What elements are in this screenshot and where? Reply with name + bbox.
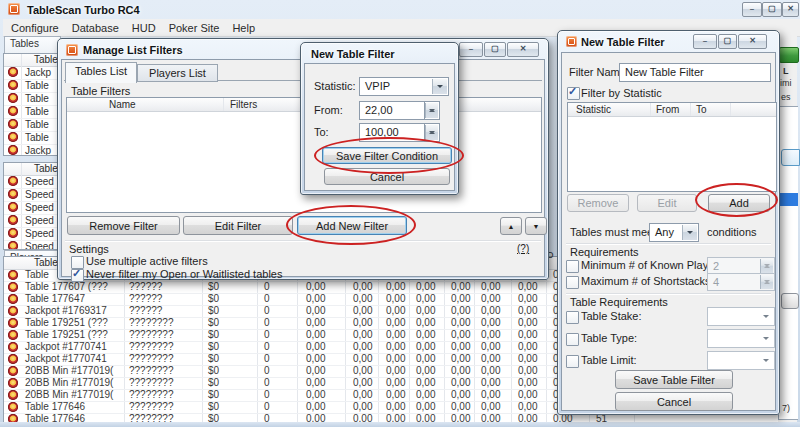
maximize-button-icon[interactable]: ▢ bbox=[762, 2, 782, 17]
table-name: Speed bbox=[25, 202, 54, 213]
row-stat: 0,00 bbox=[451, 281, 470, 292]
statistic-value: VPIP bbox=[365, 80, 390, 92]
menu-help[interactable]: Help bbox=[232, 22, 255, 34]
row-stat: 0,00 bbox=[451, 365, 470, 376]
from-spinner[interactable] bbox=[425, 101, 440, 120]
row-stat: 0,00 bbox=[518, 293, 537, 304]
selected-row-fragment[interactable] bbox=[780, 193, 798, 206]
row-player-name: ???????? bbox=[129, 317, 174, 328]
min-known-players-checkbox[interactable] bbox=[566, 260, 579, 273]
covered-button-fragment[interactable] bbox=[781, 293, 799, 309]
poker-chip-icon bbox=[8, 402, 18, 412]
statistic-conditions-list[interactable]: Statistic From To bbox=[567, 102, 777, 192]
chevron-down-icon[interactable] bbox=[682, 225, 697, 240]
table-name: Speed bbox=[25, 215, 54, 226]
table-type-dropdown[interactable] bbox=[707, 329, 775, 348]
row-money: $0 bbox=[208, 365, 219, 376]
row-player-name: ???????? bbox=[129, 341, 174, 352]
status-green-button[interactable] bbox=[779, 47, 799, 63]
row-stat: 0,00 bbox=[518, 401, 537, 412]
move-down-button-icon[interactable]: ▼ bbox=[525, 217, 547, 235]
conditions-mode-dropdown[interactable]: Any bbox=[649, 223, 699, 242]
row-player-name: ?????? bbox=[129, 305, 162, 316]
row-stat: 0,00 bbox=[353, 329, 372, 340]
cancel-button[interactable]: Cancel bbox=[615, 392, 733, 411]
table-limit-dropdown[interactable] bbox=[707, 351, 775, 370]
remove-filter-button[interactable]: Remove Filter bbox=[67, 216, 180, 235]
statistic-dropdown[interactable]: VPIP bbox=[359, 77, 449, 96]
max-shortstacks-input[interactable]: 4 bbox=[707, 273, 775, 291]
row-stat: 0,00 bbox=[386, 377, 405, 388]
from-input[interactable]: 22,00 bbox=[359, 101, 425, 120]
row-table-name: Jackpot #1770741 bbox=[25, 341, 107, 352]
app-icon bbox=[66, 44, 78, 56]
row-count: 0 bbox=[264, 281, 270, 292]
settings-group-label: Settings bbox=[69, 243, 109, 255]
poker-chip-icon bbox=[8, 228, 18, 238]
menu-configure[interactable]: Configure bbox=[11, 22, 59, 34]
tab-players-list[interactable]: Players List bbox=[137, 64, 218, 82]
table-stake-dropdown[interactable] bbox=[707, 307, 775, 326]
poker-chip-icon bbox=[8, 202, 18, 212]
row-stat: 0,00 bbox=[416, 281, 435, 292]
maximize-button-icon[interactable]: ▢ bbox=[484, 42, 506, 57]
window-title: TableScan Turbo RC4 bbox=[27, 4, 140, 16]
row-count: 0 bbox=[264, 365, 270, 376]
column-header-table: Table bbox=[34, 257, 58, 268]
table-stake-checkbox[interactable] bbox=[566, 311, 579, 324]
maximize-button-icon[interactable]: ▢ bbox=[718, 34, 737, 49]
row-stat: 0,00 bbox=[416, 365, 435, 376]
save-table-filter-button[interactable]: Save Table Filter bbox=[615, 370, 733, 389]
table-name: Speed bbox=[25, 241, 54, 250]
chevron-down-icon[interactable] bbox=[432, 79, 447, 94]
row-money: $0 bbox=[208, 317, 219, 328]
edit-button[interactable]: Edit bbox=[637, 194, 697, 212]
menu-hud[interactable]: HUD bbox=[132, 22, 156, 34]
minimize-button-icon[interactable]: – bbox=[742, 2, 762, 17]
row-stat: 0,00 bbox=[353, 341, 372, 352]
help-link[interactable]: (?) bbox=[517, 243, 529, 254]
use-multiple-filters-label: Use multiple active filters bbox=[86, 255, 208, 267]
tab-tables-list[interactable]: Tables List bbox=[65, 62, 137, 83]
edit-filter-button[interactable]: Edit Filter bbox=[183, 216, 293, 235]
minimize-button-icon[interactable]: – bbox=[693, 34, 717, 49]
table-limit-checkbox[interactable] bbox=[566, 355, 579, 368]
table-type-checkbox[interactable] bbox=[566, 333, 579, 346]
row-table-name: Table 179251 (??? bbox=[25, 317, 108, 328]
row-stat: 0,00 bbox=[306, 293, 325, 304]
close-button-icon[interactable]: ✕ bbox=[507, 42, 539, 57]
close-button-icon[interactable]: ✕ bbox=[782, 2, 799, 17]
annotation-ellipse-save-condition bbox=[314, 137, 464, 174]
row-stat: 0,00 bbox=[306, 365, 325, 376]
row-player-name: ???????? bbox=[129, 401, 174, 412]
filter-name-input[interactable]: New Table Filter bbox=[619, 63, 771, 82]
spinner-icon[interactable] bbox=[760, 259, 773, 273]
minimize-button-icon[interactable]: – bbox=[459, 42, 483, 57]
menu-poker-site[interactable]: Poker Site bbox=[169, 22, 220, 34]
never-filter-open-checkbox[interactable] bbox=[71, 269, 84, 282]
row-stat: 0,00 bbox=[518, 341, 537, 352]
menu-database[interactable]: Database bbox=[72, 22, 119, 34]
row-count: 0 bbox=[264, 305, 270, 316]
row-stat: 0,00 bbox=[386, 401, 405, 412]
row-table-name: 20BB Min #177019( bbox=[25, 389, 113, 400]
row-stat: 0,00 bbox=[386, 341, 405, 352]
remove-button[interactable]: Remove bbox=[567, 194, 629, 212]
row-count: 0 bbox=[264, 341, 270, 352]
max-shortstacks-checkbox[interactable] bbox=[566, 276, 579, 289]
row-stat: 0,00 bbox=[353, 365, 372, 376]
min-known-players-label: Minimum # of Known Players bbox=[581, 259, 723, 271]
never-filter-open-label: Never filter my Open or Waitlisted table… bbox=[86, 268, 282, 280]
spinner-icon[interactable] bbox=[760, 275, 773, 289]
app-icon bbox=[566, 36, 577, 47]
close-button-icon[interactable]: ✕ bbox=[738, 34, 767, 49]
covered-button-fragment[interactable] bbox=[781, 149, 800, 166]
row-money: $0 bbox=[208, 329, 219, 340]
move-up-button-icon[interactable]: ▲ bbox=[500, 217, 522, 235]
row-table-name: Table 177646 bbox=[25, 401, 85, 412]
poker-chip-icon bbox=[8, 119, 18, 129]
table-filters-group-label: Table Filters bbox=[71, 85, 130, 97]
filter-by-statistic-checkbox[interactable] bbox=[567, 87, 580, 100]
row-stat: 0,00 bbox=[451, 317, 470, 328]
row-stat: 0,00 bbox=[416, 329, 435, 340]
